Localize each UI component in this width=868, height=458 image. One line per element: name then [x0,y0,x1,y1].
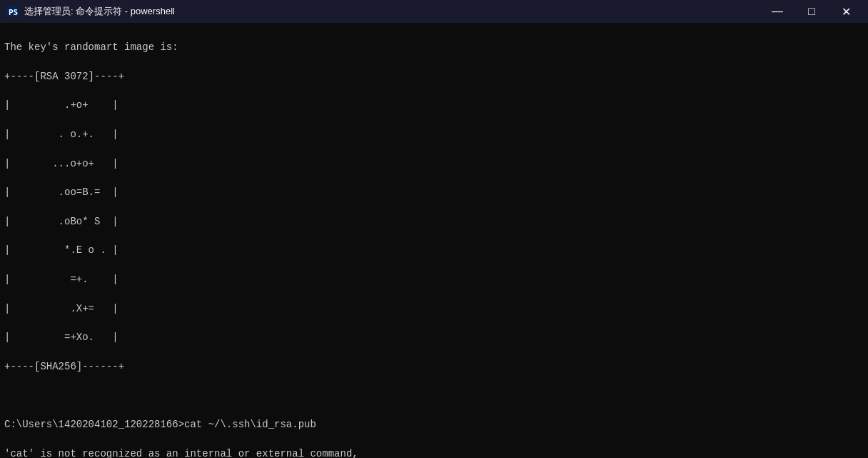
terminal-body[interactable]: The key's randomart image is: +----[RSA … [0,23,868,458]
term-line-4: | ...o+o+ | [4,156,864,171]
term-line-5: | .oo=B.= | [4,185,864,199]
term-line-11: +----[SHA256]------+ [4,359,864,374]
minimize-button[interactable]: — [761,0,794,23]
app-icon: PS [6,4,20,19]
term-line-8: | =+. | [4,272,864,287]
window-controls: — □ ✕ [761,0,862,23]
close-button[interactable]: ✕ [829,0,862,23]
svg-text:PS: PS [9,8,18,17]
term-line-10: | =+Xo. | [4,330,864,344]
term-line-6: | .oBo* S | [4,214,864,229]
window-title: 选择管理员: 命令提示符 - powershell [24,5,761,18]
term-line-0: The key's randomart image is: [4,40,864,54]
term-line-cmd1: C:\Users\1420204102_120228166>cat ~/\.ss… [4,417,864,432]
term-line-3: | . o.+. | [4,127,864,141]
term-line-2: | .+o+ | [4,98,864,112]
term-blank-1 [4,388,864,402]
term-line-err1: 'cat' is not recognized as an internal o… [4,447,864,458]
term-line-7: | *.E o . | [4,243,864,257]
maximize-button[interactable]: □ [795,0,828,23]
term-line-9: | .X+= | [4,302,864,316]
term-line-1: +----[RSA 3072]----+ [4,69,864,84]
title-bar: PS 选择管理员: 命令提示符 - powershell — □ ✕ [0,0,868,23]
